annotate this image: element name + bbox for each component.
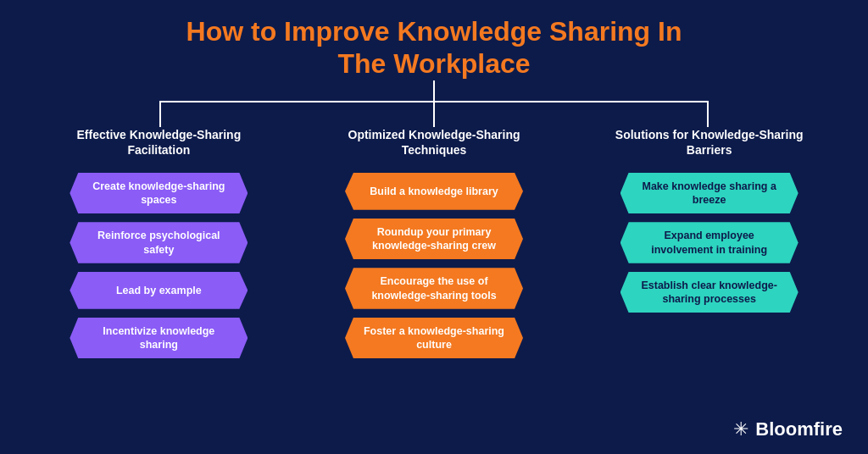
list-item: Incentivize knowledge sharing (70, 318, 248, 359)
column-facilitation: Effective Knowledge-SharingFacilitation … (25, 127, 292, 368)
bloomfire-logo: ✳ Bloomfire (733, 418, 843, 440)
column-header-facilitation: Effective Knowledge-SharingFacilitation (76, 127, 241, 161)
main-container: How to Improve Knowledge Sharing InThe W… (0, 0, 868, 367)
list-item: Make knowledge sharing a breeze (620, 173, 798, 214)
page-title: How to Improve Knowledge Sharing InThe W… (0, 0, 868, 80)
column-header-barriers: Solutions for Knowledge-SharingBarriers (615, 127, 804, 161)
column-techniques: Optimized Knowledge-SharingTechniques Bu… (301, 127, 568, 368)
list-item: Roundup your primary knowledge-sharing c… (345, 219, 523, 260)
list-item: Create knowledge-sharing spaces (70, 173, 248, 214)
bloomfire-name: Bloomfire (755, 418, 843, 440)
connector (25, 80, 843, 127)
list-item: Establish clear knowledge-sharing proces… (620, 272, 798, 313)
list-item: Lead by example (70, 272, 248, 309)
list-item: Foster a knowledge-sharing culture (345, 318, 523, 359)
bloomfire-icon: ✳ (733, 418, 748, 440)
list-item: Reinforce psychological safety (70, 222, 248, 263)
column-header-techniques: Optimized Knowledge-SharingTechniques (348, 127, 520, 161)
list-item: Encourage the use of knowledge-sharing t… (345, 268, 523, 309)
list-item: Expand employee involvement in training (620, 222, 798, 263)
column-barriers: Solutions for Knowledge-SharingBarriers … (576, 127, 843, 368)
list-item: Build a knowledge library (345, 173, 523, 210)
columns-wrapper: Effective Knowledge-SharingFacilitation … (0, 127, 868, 368)
